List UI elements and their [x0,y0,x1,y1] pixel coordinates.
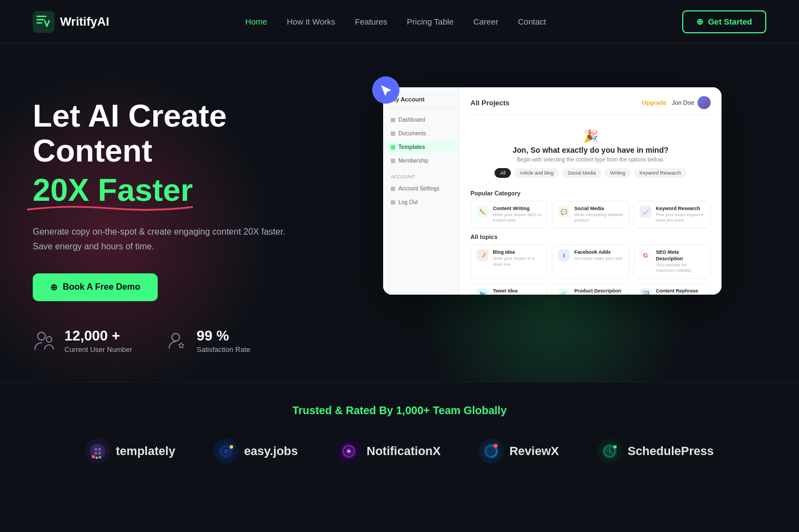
topic-card-3[interactable]: 🐦 Tweet Idea Engage with your amazing fo… [470,283,547,295]
all-topics-title: All topics [470,234,711,240]
nav-features[interactable]: Features [355,17,387,26]
topic-card-5[interactable]: 🔄 Content Rephrase Rephrase your content… [634,283,711,295]
sidebar-item-membership[interactable]: Membership [383,154,459,168]
card-sub: Write compelling detailed product [574,294,623,295]
svg-point-5 [92,455,95,458]
tag-all[interactable]: All [494,168,511,178]
app-sidebar: My Account Dashboard Documents Templates [383,87,460,295]
reviewx-icon [479,439,504,464]
app-main: All Projects Upgrade Jon Doe 🎉 Jon, So w… [460,87,722,295]
sidebar-dot [391,118,395,122]
app-screenshot: My Account Dashboard Documents Templates [383,87,722,295]
card-title: Blog Idea [493,249,541,256]
tag-writing[interactable]: Writing [605,168,631,178]
popular-card-2[interactable]: 📈 Keyword Research Pick your exact keywo… [634,201,711,228]
sidebar-item-logout[interactable]: Log Out [383,195,459,209]
sidebar-item-label: Membership [398,158,428,164]
sidebar-item-dashboard[interactable]: Dashboard [383,113,459,127]
stat-satisfaction: 99 % Satisfaction Rate [165,327,250,354]
templately-icon [85,439,110,464]
card-text: Content Writing Write your dream SEO in … [493,206,541,223]
card-icon: ✏️ [476,206,488,218]
topic-card-2[interactable]: G SEO Meta Description Your website for … [634,244,711,278]
nav-how-it-works[interactable]: How It Works [287,17,335,26]
card-text: Keyword Research Pick your exact keyword… [656,206,705,223]
card-title: SEO Meta Description [656,249,705,262]
tag-keyword[interactable]: Keyword Research [634,168,687,178]
card-title: Product Description [574,288,623,295]
card-icon: 🐦 [476,288,488,295]
card-text: Product Description Write compelling det… [574,288,623,295]
sidebar-dot [391,187,395,191]
svg-point-6 [96,457,98,459]
trusted-title: Trusted & Rated By 1,000+ Team Globally [33,404,766,417]
app-header-title: All Projects [470,99,510,107]
greeting-title: Jon, So what exactly do you have in mind… [470,146,711,154]
card-text: Blog Idea Write your dream in a short li… [493,249,541,267]
demo-label: Book A Free Demo [63,282,140,292]
card-sub: Your website for maximum visibility [656,262,705,274]
notificationx-icon [336,439,361,464]
sidebar-dot [391,200,395,205]
main-nav: Home How It Works Features Pricing Table… [245,17,546,26]
card-text: Tweet Idea Engage with your amazing foll… [493,288,541,295]
trusted-section: Trusted & Rated By 1,000+ Team Globally … [0,382,799,491]
topic-card-1[interactable]: f Facebook Adds Ad copys make your ads [552,244,629,278]
stat-users: 12,000 + Current User Number [33,327,132,354]
templately-label: templately [116,444,175,458]
nav-contact[interactable]: Contact [518,17,546,26]
sidebar-dot [391,131,395,136]
sidebar-item-label: Templates [398,144,425,150]
sidebar-account-label: Account Settings [398,186,439,192]
sidebar-item-templates[interactable]: Templates [383,140,459,154]
nav-home[interactable]: Home [245,17,267,26]
card-title: Social Media [574,206,623,212]
card-icon: 🛒 [558,288,570,295]
app-user: Jon Doe [672,96,711,109]
logo-text: WritifyAI [60,15,109,29]
sidebar-item-documents[interactable]: Documents [383,127,459,140]
sidebar-item-account-settings[interactable]: Account Settings [383,182,459,195]
book-demo-button[interactable]: ⊕ Book A Free Demo [33,273,158,301]
stat-users-value: 12,000 + [64,327,132,344]
logo-schedulepress: SchedulePress [597,439,714,464]
popular-card-1[interactable]: 💬 Social Media Write compelling detailed… [552,201,629,228]
get-started-label: Get Started [708,17,752,26]
tag-article[interactable]: Article and blog [514,168,559,178]
card-icon: f [558,249,570,261]
stat-satisfaction-value: 99 % [196,327,250,344]
card-icon: 💬 [558,206,570,218]
topic-cards-grid: 📝 Blog Idea Write your dream in a short … [470,244,711,295]
svg-point-15 [348,450,350,452]
hero-subtitle: Generate copy on-the-spot & create engag… [33,224,338,254]
logo-easyjobs: easy.jobs [213,439,298,464]
card-title: Keyword Research [656,206,705,212]
topic-card-4[interactable]: 🛒 Product Description Write compelling d… [552,283,629,295]
popular-card-0[interactable]: ✏️ Content Writing Write your dream SEO … [470,201,547,228]
svg-point-10 [224,449,228,453]
card-title: Facebook Adds [574,249,622,256]
card-text: Content Rephrase Rephrase your content i… [656,288,705,295]
logo-reviewx: ReviewX [479,439,559,464]
get-started-icon: ⊕ [696,17,703,27]
cursor-float-icon [372,76,400,104]
greeting-sub: Begin with selecting the content type fr… [470,157,711,163]
card-title: Content Rephrase [656,288,705,295]
topic-card-0[interactable]: 📝 Blog Idea Write your dream in a short … [470,244,547,278]
nav-career[interactable]: Career [473,17,498,26]
hero-stats: 12,000 + Current User Number 99 % Satisf… [33,327,338,354]
sidebar-account-section: Account [383,168,459,182]
sidebar-item-label: Dashboard [398,117,425,123]
hero-green-text: 20X Faster [33,172,193,207]
reviewx-label: ReviewX [509,444,559,458]
card-title: Tweet Idea [493,288,541,295]
app-upgrade-link[interactable]: Upgrade [642,99,666,106]
get-started-button[interactable]: ⊕ Get Started [682,10,766,33]
tag-social[interactable]: Social Media [562,168,601,178]
trusted-logos: templately easy.jobs [33,439,766,464]
stat-satisfaction-label: Satisfaction Rate [196,345,250,354]
nav-pricing[interactable]: Pricing Table [407,17,454,26]
card-icon: 📈 [640,206,652,218]
app-header-right: Upgrade Jon Doe [642,96,711,109]
logo[interactable]: WritifyAI [33,11,109,33]
